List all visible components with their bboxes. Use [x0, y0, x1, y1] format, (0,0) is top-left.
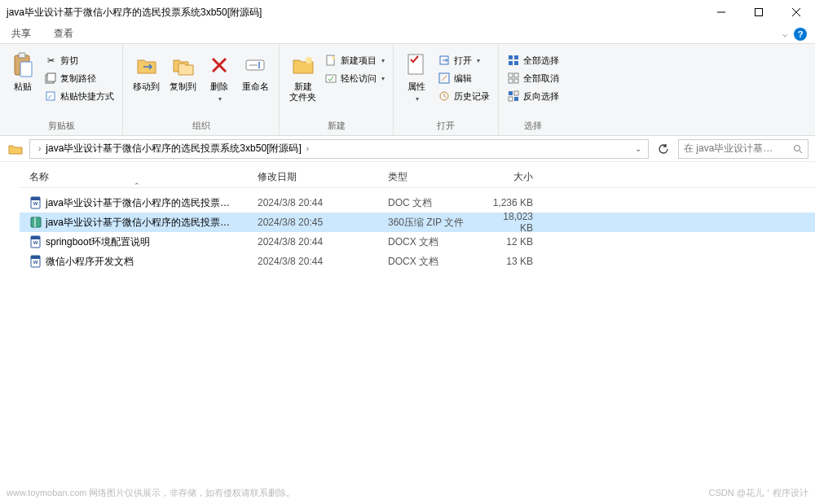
file-date: 2024/3/8 20:44 [258, 256, 388, 267]
delete-icon [206, 52, 232, 78]
column-size[interactable]: 大小 [492, 170, 557, 184]
file-name: springboot环境配置说明 [46, 235, 258, 249]
ribbon-tabs: 共享 查看 ⌵ ? [0, 24, 815, 44]
properties-label: 属性 [408, 81, 425, 92]
file-name: java毕业设计基于微信小程序的选民投票… [46, 196, 258, 210]
ribbon-collapse-icon[interactable]: ⌵ [782, 29, 787, 38]
titlebar: java毕业设计基于微信小程序的选民投票系统3xb50[附源码] [0, 0, 815, 24]
file-type: 360压缩 ZIP 文件 [388, 216, 492, 230]
svg-rect-34 [514, 97, 518, 101]
tab-view[interactable]: 查看 [42, 24, 85, 44]
column-type[interactable]: 类型 [388, 170, 492, 184]
select-none-label: 全部取消 [523, 72, 559, 85]
ribbon-group-select: 全部选择 全部取消 反向选择 选择 [499, 44, 567, 135]
file-row[interactable]: java毕业设计基于微信小程序的选民投票…2024/3/8 20:45360压缩… [20, 213, 815, 232]
svg-rect-32 [514, 91, 518, 95]
chevron-right-icon[interactable]: › [302, 144, 314, 153]
maximize-button[interactable] [740, 0, 778, 24]
refresh-button[interactable] [654, 139, 673, 159]
file-date: 2024/3/8 20:44 [258, 197, 388, 208]
ribbon-group-new: 新建 文件夹 新建项目 ▾ 轻松访问 ▾ 新建 [280, 44, 394, 135]
invert-selection-button[interactable]: 反向选择 [504, 88, 562, 104]
column-name[interactable]: 名称 [29, 170, 258, 184]
search-placeholder: 在 java毕业设计基… [684, 142, 793, 156]
tab-share[interactable]: 共享 [0, 24, 42, 44]
cut-label: 剪切 [60, 55, 78, 67]
window-controls [703, 0, 815, 24]
move-to-icon [134, 52, 160, 78]
select-all-button[interactable]: 全部选择 [504, 52, 562, 68]
select-group-label: 选择 [504, 118, 562, 135]
minimize-button[interactable] [703, 0, 740, 24]
properties-icon [403, 52, 430, 78]
delete-button[interactable]: 删除 ▾ [201, 50, 237, 105]
copy-to-button[interactable]: 复制到 [165, 50, 201, 94]
close-button[interactable] [778, 0, 815, 24]
svg-rect-8 [47, 73, 55, 81]
column-date[interactable]: 修改日期 [258, 170, 388, 184]
history-icon [438, 90, 451, 103]
footer-watermark-right: CSDN @花儿＇程序设计 [709, 487, 808, 499]
file-type: DOCX 文档 [388, 235, 492, 249]
edit-icon [438, 72, 451, 85]
history-button[interactable]: 历史记录 [434, 88, 493, 104]
chevron-down-icon: ▾ [381, 57, 385, 64]
rename-button[interactable]: 重命名 [237, 50, 274, 94]
file-name: 微信小程序开发文档 [46, 255, 258, 269]
sort-indicator-icon: ⌃ [134, 182, 140, 190]
dropdown-history-icon[interactable]: ⌄ [635, 144, 641, 153]
open-button[interactable]: 打开 ▾ [434, 52, 493, 68]
new-folder-label: 新建 文件夹 [289, 81, 316, 103]
new-folder-button[interactable]: 新建 文件夹 [284, 50, 321, 104]
move-to-button[interactable]: 移动到 [128, 50, 165, 94]
select-all-icon [507, 54, 520, 67]
clipboard-group-label: 剪贴板 [5, 118, 117, 135]
file-icon [29, 216, 46, 229]
paste-button[interactable]: 粘贴 [5, 50, 41, 94]
svg-rect-23 [509, 55, 513, 59]
breadcrumb[interactable]: › java毕业设计基于微信小程序的选民投票系统3xb50[附源码] › ⌄ [29, 139, 649, 159]
cut-button[interactable]: ✂ 剪切 [41, 52, 117, 68]
delete-label: 删除 [210, 81, 228, 92]
select-none-icon [507, 72, 520, 85]
easy-access-button[interactable]: 轻松访问 ▾ [321, 70, 388, 86]
search-input[interactable]: 在 java毕业设计基… [678, 139, 808, 159]
svg-rect-25 [509, 61, 513, 65]
organize-group-label: 组织 [128, 118, 274, 135]
copy-path-button[interactable]: 复制路径 [41, 70, 117, 86]
svg-rect-27 [509, 73, 513, 77]
svg-rect-38 [31, 197, 40, 200]
file-row[interactable]: Wspringboot环境配置说明2024/3/8 20:44DOCX 文档12… [20, 232, 815, 252]
paste-label: 粘贴 [14, 81, 32, 92]
file-row[interactable]: W微信小程序开发文档2024/3/8 20:44DOCX 文档13 KB [20, 252, 815, 271]
file-row[interactable]: Wjava毕业设计基于微信小程序的选民投票…2024/3/8 20:44DOC … [20, 193, 815, 213]
svg-rect-19 [408, 55, 423, 74]
paste-shortcut-button[interactable]: 粘贴快捷方式 [41, 88, 117, 104]
folder-icon [7, 141, 24, 157]
svg-rect-28 [514, 73, 518, 77]
ribbon: 粘贴 ✂ 剪切 复制路径 粘贴快捷方式 [0, 44, 815, 136]
copy-to-label: 复制到 [170, 81, 196, 92]
svg-point-15 [306, 57, 312, 64]
svg-rect-1 [756, 9, 763, 16]
breadcrumb-folder[interactable]: java毕业设计基于微信小程序的选民投票系统3xb50[附源码] [46, 142, 301, 156]
file-size: 12 KB [492, 236, 557, 248]
invert-selection-label: 反向选择 [523, 90, 559, 103]
rename-icon [243, 52, 269, 78]
svg-text:W: W [33, 201, 38, 206]
search-icon [793, 144, 803, 154]
new-item-button[interactable]: 新建项目 ▾ [321, 52, 388, 68]
svg-rect-18 [326, 75, 336, 82]
select-none-button[interactable]: 全部取消 [504, 70, 562, 86]
properties-button[interactable]: 属性 ▾ [399, 50, 434, 105]
chevron-right-icon[interactable]: › [33, 144, 46, 153]
edit-button[interactable]: 编辑 [434, 70, 493, 86]
svg-point-35 [795, 145, 800, 151]
help-icon[interactable]: ? [794, 28, 807, 41]
svg-rect-41 [34, 217, 36, 227]
select-all-label: 全部选择 [523, 55, 559, 67]
svg-text:W: W [33, 240, 38, 245]
edit-label: 编辑 [454, 72, 472, 85]
chevron-down-icon: ▾ [381, 75, 385, 82]
open-icon [438, 54, 451, 67]
